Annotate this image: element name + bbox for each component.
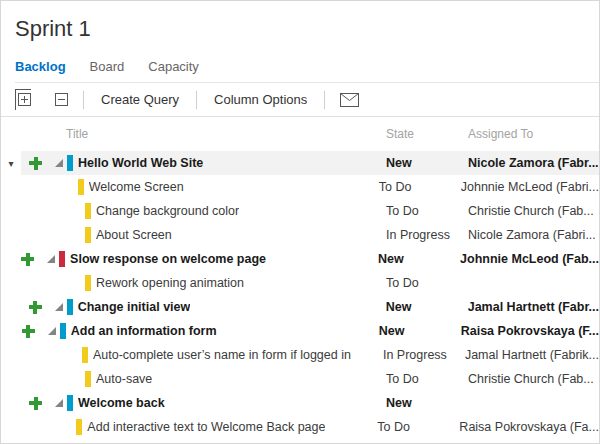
work-item-type-bar — [82, 347, 88, 363]
title-cell: Change background color — [96, 204, 239, 218]
title-cell: Auto-complete user’s name in form if log… — [93, 348, 351, 362]
table-row[interactable]: Add an information formNewRaisa Pokrovsk… — [1, 319, 599, 343]
row-context-caret-icon — [1, 415, 12, 439]
table-row[interactable]: ▾Hello World Web SiteNewNicole Zamora (F… — [1, 151, 599, 175]
expanded-triangle-icon — [55, 303, 63, 311]
envelope-icon — [340, 93, 359, 107]
row-main: Rework opening animationTo Do — [21, 271, 599, 295]
add-item-button[interactable] — [21, 157, 51, 170]
title-cell-wrap: Rework opening animation — [21, 275, 386, 291]
title-cell: Auto-save — [96, 372, 152, 386]
grid-header: Title State Assigned To — [1, 117, 599, 151]
title-cell-wrap: Slow response on welcome page — [13, 251, 378, 267]
table-row[interactable]: Rework opening animationTo Do — [1, 271, 599, 295]
row-context-caret-icon — [1, 247, 13, 271]
add-item-button[interactable] — [21, 397, 51, 410]
add-item-button[interactable] — [13, 253, 43, 266]
row-main: Slow response on welcome pageNewJohnnie … — [13, 247, 599, 271]
table-row[interactable]: Slow response on welcome pageNewJohnnie … — [1, 247, 599, 271]
work-item-type-bar — [67, 395, 73, 411]
assigned-to-cell: Johnnie McLeod (Fab... — [460, 252, 599, 266]
assigned-to-cell: Raisa Pokrovskaya (Fa... — [459, 420, 599, 434]
column-header-assigned-to[interactable]: Assigned To — [468, 127, 599, 141]
add-plus-icon — [22, 325, 35, 338]
tab-board[interactable]: Board — [90, 59, 125, 74]
expand-toggle[interactable] — [51, 159, 67, 167]
row-main: Hello World Web SiteNewNicole Zamora (Fa… — [21, 151, 599, 175]
title-cell: Hello World Web Site — [78, 156, 203, 170]
assigned-to-cell: Christie Church (Fab... — [468, 204, 599, 218]
work-item-type-bar — [76, 419, 82, 435]
title-cell: Welcome Screen — [89, 180, 184, 194]
email-button[interactable] — [340, 93, 359, 107]
expand-toggle[interactable] — [51, 303, 67, 311]
row-main: Change initial viewNewJamal Hartnett (Fa… — [21, 295, 599, 319]
view-tabs: BacklogBoardCapacity — [15, 59, 600, 83]
expand-all-button[interactable] — [15, 89, 31, 110]
title-cell: Welcome back — [78, 396, 165, 410]
page-title: Sprint 1 — [15, 14, 599, 44]
title-cell: Rework opening animation — [96, 276, 244, 290]
state-cell: In Progress — [383, 348, 465, 362]
assigned-to-cell: Jamal Hartnett (Fabr... — [468, 300, 599, 314]
state-cell: To Do — [377, 420, 459, 434]
row-context-caret-icon — [1, 295, 21, 319]
table-row[interactable]: Change background colorTo DoChristie Chu… — [1, 199, 599, 223]
column-header-title[interactable]: Title — [1, 127, 386, 141]
row-main: Welcome ScreenTo DoJohnnie McLeod (Fabri… — [14, 175, 599, 199]
add-item-button[interactable] — [14, 325, 44, 338]
add-item-button[interactable] — [21, 301, 51, 314]
expanded-triangle-icon — [55, 159, 63, 167]
title-cell-wrap: Change initial view — [21, 299, 386, 315]
row-context-caret-icon — [1, 175, 14, 199]
expanded-triangle-icon — [48, 327, 56, 335]
title-cell-wrap: Add an information form — [14, 323, 379, 339]
table-row[interactable]: Welcome backNew — [1, 391, 599, 415]
table-row[interactable]: About ScreenIn ProgressNicole Zamora (Fa… — [1, 223, 599, 247]
work-item-type-bar — [85, 203, 91, 219]
collapse-all-button[interactable] — [55, 93, 68, 106]
row-main: Welcome backNew — [21, 391, 599, 415]
title-cell: Slow response on welcome page — [70, 252, 266, 266]
create-query-button[interactable]: Create Query — [99, 92, 181, 107]
state-cell: New — [386, 396, 468, 410]
expanded-triangle-icon — [47, 255, 55, 263]
expand-toggle[interactable] — [51, 399, 67, 407]
title-cell-wrap: Add interactive text to Welcome Back pag… — [12, 419, 377, 435]
row-context-caret-icon — [1, 343, 18, 367]
table-row[interactable]: Add interactive text to Welcome Back pag… — [1, 415, 599, 439]
expand-toggle[interactable] — [43, 255, 59, 263]
row-main: Add an information formNewRaisa Pokrovsk… — [14, 319, 599, 343]
assigned-to-cell: Raisa Pokrovskaya (F... — [461, 324, 599, 338]
table-row[interactable]: Auto-saveTo DoChristie Church (Fab... — [1, 367, 599, 391]
state-cell: New — [378, 252, 460, 266]
work-item-type-bar — [78, 179, 84, 195]
state-cell: New — [386, 156, 468, 170]
row-context-caret-icon[interactable]: ▾ — [1, 151, 21, 175]
state-cell: To Do — [386, 372, 468, 386]
column-header-state[interactable]: State — [386, 127, 468, 141]
expand-all-icon — [18, 93, 31, 106]
table-row[interactable]: Change initial viewNewJamal Hartnett (Fa… — [1, 295, 599, 319]
title-cell-wrap: Welcome Screen — [14, 179, 379, 195]
title-cell-wrap: About Screen — [21, 227, 386, 243]
state-cell: To Do — [386, 204, 468, 218]
row-context-caret-icon — [1, 271, 21, 295]
tab-capacity[interactable]: Capacity — [148, 59, 199, 74]
title-cell: About Screen — [96, 228, 172, 242]
table-row[interactable]: Auto-complete user’s name in form if log… — [1, 343, 599, 367]
row-context-caret-icon — [1, 199, 21, 223]
backlog-grid: ▾Hello World Web SiteNewNicole Zamora (F… — [1, 151, 599, 439]
work-item-type-bar — [85, 371, 91, 387]
expand-toggle[interactable] — [44, 327, 60, 335]
title-cell: Add interactive text to Welcome Back pag… — [87, 420, 325, 434]
table-row[interactable]: Welcome ScreenTo DoJohnnie McLeod (Fabri… — [1, 175, 599, 199]
column-options-button[interactable]: Column Options — [212, 92, 309, 107]
work-item-type-bar — [67, 155, 73, 171]
tab-backlog[interactable]: Backlog — [15, 59, 66, 74]
state-cell: To Do — [379, 180, 461, 194]
work-item-type-bar — [59, 251, 65, 267]
title-cell: Change initial view — [78, 300, 191, 314]
work-item-type-bar — [67, 299, 73, 315]
row-context-caret-icon — [1, 223, 21, 247]
